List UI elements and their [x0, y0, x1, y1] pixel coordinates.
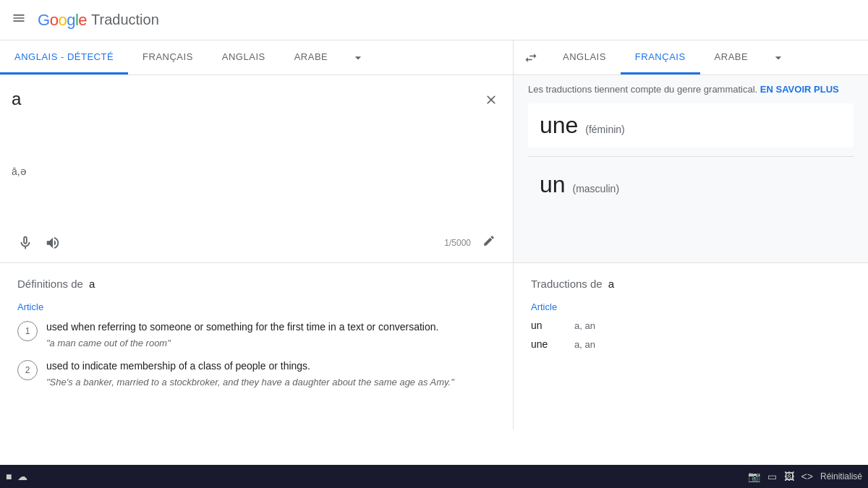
trans-word-un: un [531, 320, 574, 331]
def-number-1: 1 [17, 321, 38, 341]
translation-row-une: une a, an [531, 338, 851, 350]
bottom-area: Définitions de a Article 1 used when ref… [0, 263, 868, 429]
separator [528, 156, 854, 157]
definitions-panel: Définitions de a Article 1 used when ref… [0, 263, 514, 429]
def-example-2: "She's a banker, married to a stockbroke… [46, 377, 495, 388]
tab-anglais-source[interactable]: ANGLAIS [208, 40, 280, 74]
trans-pos-label[interactable]: Article [531, 301, 851, 312]
clear-button[interactable] [481, 90, 501, 114]
source-input[interactable]: a [12, 87, 481, 160]
language-bar: ANGLAIS - DÉTECTÉ FRANÇAIS ANGLAIS ARABE… [0, 40, 868, 75]
source-panel: a ā,ə 1/5000 [0, 75, 514, 262]
swap-languages-button[interactable] [514, 40, 548, 74]
gender-learn-more-link[interactable]: EN SAVOIR PLUS [760, 84, 839, 95]
translations-panel: Traductions de a Article un a, an une a,… [514, 263, 868, 429]
edit-button[interactable] [477, 228, 501, 257]
source-lang-dropdown[interactable] [342, 40, 374, 74]
target-panel: Les traductions tiennent compte du genre… [514, 75, 868, 262]
definition-item-2: 2 used to indicate membership of a class… [17, 359, 495, 388]
source-bottom-toolbar: 1/5000 [12, 223, 501, 262]
def-content-1: used when referring to someone or someth… [46, 320, 495, 348]
source-input-row: a [12, 87, 501, 160]
trans-word-une: une [531, 338, 574, 350]
speaker-button[interactable] [39, 229, 67, 257]
tab-francais-target[interactable]: FRANÇAIS [621, 40, 700, 74]
def-number-2: 2 [17, 360, 38, 380]
tab-anglais-target[interactable]: ANGLAIS [548, 40, 621, 74]
tab-arabe-target[interactable]: ARABE [700, 40, 763, 74]
google-wordmark: Google [38, 11, 87, 30]
logo: Google Traduction [38, 11, 159, 30]
char-count: 1/5000 [444, 238, 471, 248]
translation-word-une: une [540, 112, 578, 138]
definitions-title: Définitions de a [17, 278, 495, 290]
translations-title: Traductions de a [531, 278, 851, 290]
translation-gender-feminine: (féminin) [585, 124, 624, 135]
tab-francais-source[interactable]: FRANÇAIS [128, 40, 208, 74]
def-example-1: "a man came out of the room" [46, 338, 495, 348]
translation-row-un: un a, an [531, 320, 851, 331]
translation-result-feminine: une (féminin) [528, 103, 854, 147]
microphone-button[interactable] [12, 229, 39, 257]
target-lang-tabs: ANGLAIS FRANÇAIS ARABE [548, 40, 868, 74]
translation-gender-masculine: (masculin) [572, 183, 619, 194]
definition-item-1: 1 used when referring to someone or some… [17, 320, 495, 348]
source-phonetic: ā,ə [12, 166, 501, 177]
target-lang-dropdown[interactable] [762, 40, 794, 74]
gender-notice: Les traductions tiennent compte du genre… [528, 84, 854, 95]
tab-anglais-detecte[interactable]: ANGLAIS - DÉTECTÉ [0, 40, 128, 74]
header: Google Traduction [0, 0, 868, 40]
def-content-2: used to indicate membership of a class o… [46, 359, 495, 388]
tab-arabe-source[interactable]: ARABE [280, 40, 343, 74]
translation-result-masculine: un (masculin) [528, 163, 854, 207]
def-text-1: used when referring to someone or someth… [46, 320, 495, 335]
app-name: Traduction [91, 12, 159, 28]
trans-alts-une: a, an [574, 339, 595, 350]
source-lang-tabs: ANGLAIS - DÉTECTÉ FRANÇAIS ANGLAIS ARABE [0, 40, 514, 74]
trans-alts-un: a, an [574, 320, 595, 331]
def-text-2: used to indicate membership of a class o… [46, 359, 495, 374]
menu-icon[interactable] [12, 11, 26, 29]
pos-label-article[interactable]: Article [17, 301, 495, 312]
translation-word-un: un [540, 171, 566, 197]
translation-area: a ā,ə 1/5000 Les traductions tiennent co… [0, 75, 868, 263]
